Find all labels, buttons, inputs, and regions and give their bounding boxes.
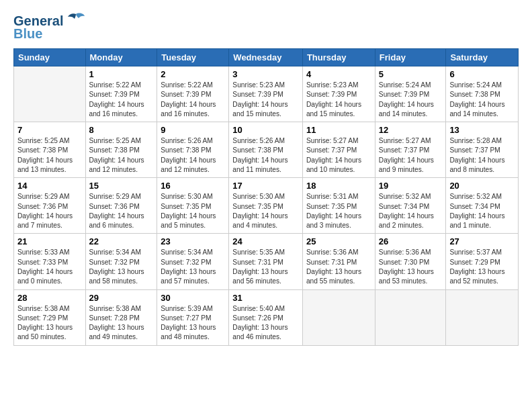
calendar-cell [302, 289, 375, 345]
day-info: Sunrise: 5:26 AMSunset: 7:38 PMDaylight:… [232, 136, 299, 175]
col-monday: Monday [85, 49, 157, 66]
day-number: 9 [161, 125, 225, 135]
col-tuesday: Tuesday [157, 49, 229, 66]
calendar-cell: 11Sunrise: 5:27 AMSunset: 7:37 PMDayligh… [302, 122, 375, 178]
calendar-cell: 29Sunrise: 5:38 AMSunset: 7:28 PMDayligh… [85, 289, 157, 345]
calendar-cell: 4Sunrise: 5:23 AMSunset: 7:39 PMDaylight… [302, 66, 375, 122]
day-info: Sunrise: 5:30 AMSunset: 7:35 PMDaylight:… [161, 192, 225, 230]
day-info: Sunrise: 5:26 AMSunset: 7:38 PMDaylight:… [161, 136, 225, 175]
calendar-cell: 25Sunrise: 5:36 AMSunset: 7:31 PMDayligh… [302, 234, 375, 289]
calendar-cell: 13Sunrise: 5:28 AMSunset: 7:37 PMDayligh… [446, 122, 519, 178]
logo-bird-icon [66, 11, 85, 26]
calendar-cell: 14Sunrise: 5:29 AMSunset: 7:36 PMDayligh… [14, 178, 86, 234]
day-number: 8 [89, 125, 154, 135]
col-sunday: Sunday [14, 49, 86, 66]
day-info: Sunrise: 5:23 AMSunset: 7:39 PMDaylight:… [232, 81, 299, 119]
day-number: 10 [232, 125, 299, 135]
calendar-cell: 9Sunrise: 5:26 AMSunset: 7:38 PMDaylight… [157, 122, 229, 178]
day-number: 18 [306, 181, 371, 191]
day-number: 11 [306, 125, 371, 135]
calendar-cell: 18Sunrise: 5:31 AMSunset: 7:35 PMDayligh… [302, 178, 375, 234]
calendar-cell: 28Sunrise: 5:38 AMSunset: 7:29 PMDayligh… [14, 289, 86, 345]
day-info: Sunrise: 5:34 AMSunset: 7:32 PMDaylight:… [89, 248, 154, 286]
page: General Blue Sunday Monday Tuesday Wedne… [0, 0, 532, 411]
header: General Blue [13, 11, 519, 42]
day-number: 31 [232, 293, 299, 303]
day-number: 16 [161, 181, 225, 191]
day-number: 24 [232, 236, 299, 246]
calendar-cell: 15Sunrise: 5:29 AMSunset: 7:36 PMDayligh… [85, 178, 157, 234]
day-info: Sunrise: 5:37 AMSunset: 7:29 PMDaylight:… [449, 248, 515, 286]
day-number: 26 [379, 236, 443, 246]
day-number: 15 [89, 181, 154, 191]
day-info: Sunrise: 5:38 AMSunset: 7:29 PMDaylight:… [17, 304, 82, 342]
logo-blue: Blue [13, 26, 42, 42]
day-number: 17 [232, 181, 299, 191]
day-info: Sunrise: 5:25 AMSunset: 7:38 PMDaylight:… [17, 136, 82, 175]
day-info: Sunrise: 5:28 AMSunset: 7:37 PMDaylight:… [449, 136, 515, 175]
day-number: 19 [379, 181, 443, 191]
day-number: 28 [17, 293, 82, 303]
day-info: Sunrise: 5:39 AMSunset: 7:27 PMDaylight:… [161, 304, 225, 342]
day-number: 1 [89, 69, 154, 79]
calendar-cell: 26Sunrise: 5:36 AMSunset: 7:30 PMDayligh… [375, 234, 446, 289]
calendar-cell: 21Sunrise: 5:33 AMSunset: 7:33 PMDayligh… [14, 234, 86, 289]
calendar-cell: 2Sunrise: 5:22 AMSunset: 7:39 PMDaylight… [157, 66, 229, 122]
calendar-cell: 23Sunrise: 5:34 AMSunset: 7:32 PMDayligh… [157, 234, 229, 289]
calendar-cell [446, 289, 519, 345]
day-info: Sunrise: 5:24 AMSunset: 7:39 PMDaylight:… [379, 81, 443, 119]
day-number: 3 [232, 69, 299, 79]
day-number: 5 [379, 69, 443, 79]
calendar-cell: 16Sunrise: 5:30 AMSunset: 7:35 PMDayligh… [157, 178, 229, 234]
calendar-cell: 30Sunrise: 5:39 AMSunset: 7:27 PMDayligh… [157, 289, 229, 345]
calendar-cell: 17Sunrise: 5:30 AMSunset: 7:35 PMDayligh… [229, 178, 303, 234]
calendar-cell: 7Sunrise: 5:25 AMSunset: 7:38 PMDaylight… [14, 122, 86, 178]
calendar-cell: 19Sunrise: 5:32 AMSunset: 7:34 PMDayligh… [375, 178, 446, 234]
calendar-cell: 5Sunrise: 5:24 AMSunset: 7:39 PMDaylight… [375, 66, 446, 122]
day-number: 12 [379, 125, 443, 135]
day-info: Sunrise: 5:36 AMSunset: 7:31 PMDaylight:… [306, 248, 371, 286]
day-number: 27 [449, 236, 515, 246]
calendar-cell: 8Sunrise: 5:25 AMSunset: 7:38 PMDaylight… [85, 122, 157, 178]
day-info: Sunrise: 5:22 AMSunset: 7:39 PMDaylight:… [89, 81, 154, 119]
day-info: Sunrise: 5:33 AMSunset: 7:33 PMDaylight:… [17, 248, 82, 286]
calendar-cell: 24Sunrise: 5:35 AMSunset: 7:31 PMDayligh… [229, 234, 303, 289]
day-info: Sunrise: 5:27 AMSunset: 7:37 PMDaylight:… [379, 136, 443, 175]
day-info: Sunrise: 5:32 AMSunset: 7:34 PMDaylight:… [379, 192, 443, 230]
calendar-cell [375, 289, 446, 345]
calendar-cell [14, 66, 86, 122]
day-number: 29 [89, 293, 154, 303]
day-number: 23 [161, 236, 225, 246]
calendar-cell: 31Sunrise: 5:40 AMSunset: 7:26 PMDayligh… [229, 289, 303, 345]
day-info: Sunrise: 5:35 AMSunset: 7:31 PMDaylight:… [232, 248, 299, 286]
calendar-table: Sunday Monday Tuesday Wednesday Thursday… [13, 48, 519, 346]
day-number: 14 [17, 181, 82, 191]
day-info: Sunrise: 5:24 AMSunset: 7:38 PMDaylight:… [449, 81, 515, 119]
day-number: 25 [306, 236, 371, 246]
col-friday: Friday [375, 49, 446, 66]
day-number: 7 [17, 125, 82, 135]
day-number: 13 [449, 125, 515, 135]
day-info: Sunrise: 5:27 AMSunset: 7:37 PMDaylight:… [306, 136, 371, 175]
day-number: 2 [161, 69, 225, 79]
calendar-cell: 12Sunrise: 5:27 AMSunset: 7:37 PMDayligh… [375, 122, 446, 178]
day-number: 21 [17, 236, 82, 246]
day-info: Sunrise: 5:29 AMSunset: 7:36 PMDaylight:… [17, 192, 82, 230]
day-info: Sunrise: 5:40 AMSunset: 7:26 PMDaylight:… [232, 304, 299, 342]
calendar-header-row: Sunday Monday Tuesday Wednesday Thursday… [14, 49, 519, 66]
calendar-cell: 6Sunrise: 5:24 AMSunset: 7:38 PMDaylight… [446, 66, 519, 122]
day-number: 20 [449, 181, 515, 191]
logo: General Blue [13, 11, 85, 42]
day-info: Sunrise: 5:38 AMSunset: 7:28 PMDaylight:… [89, 304, 154, 342]
col-thursday: Thursday [302, 49, 375, 66]
day-info: Sunrise: 5:23 AMSunset: 7:39 PMDaylight:… [306, 81, 371, 119]
calendar-cell: 27Sunrise: 5:37 AMSunset: 7:29 PMDayligh… [446, 234, 519, 289]
day-info: Sunrise: 5:31 AMSunset: 7:35 PMDaylight:… [306, 192, 371, 230]
day-number: 6 [449, 69, 515, 79]
day-number: 4 [306, 69, 371, 79]
calendar-cell: 3Sunrise: 5:23 AMSunset: 7:39 PMDaylight… [229, 66, 303, 122]
day-info: Sunrise: 5:34 AMSunset: 7:32 PMDaylight:… [161, 248, 225, 286]
day-info: Sunrise: 5:30 AMSunset: 7:35 PMDaylight:… [232, 192, 299, 230]
day-info: Sunrise: 5:29 AMSunset: 7:36 PMDaylight:… [89, 192, 154, 230]
day-number: 22 [89, 236, 154, 246]
